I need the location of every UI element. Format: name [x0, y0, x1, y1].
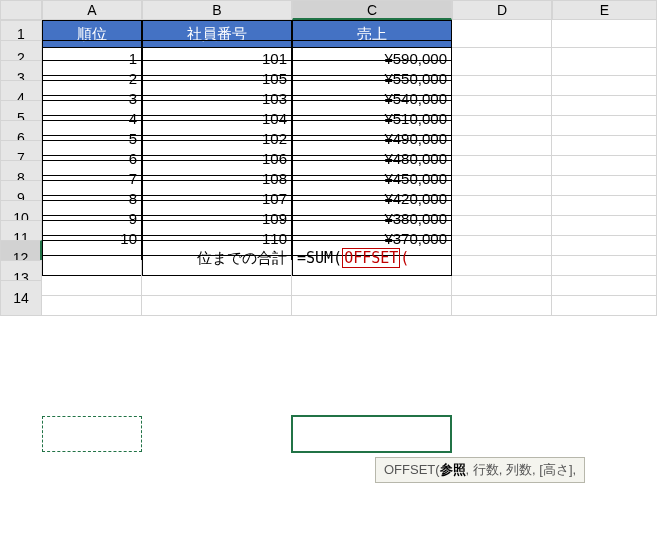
cell-C14[interactable] — [292, 280, 452, 316]
cell-A14[interactable] — [42, 280, 142, 316]
formula-paren: ( — [400, 249, 409, 267]
formula-prefix: =SUM( — [297, 249, 342, 267]
col-header-E[interactable]: E — [552, 0, 657, 20]
cell-E14[interactable] — [552, 280, 657, 316]
function-tooltip: OFFSET(参照, 行数, 列数, [高さ], — [375, 457, 585, 483]
formula-cell[interactable]: =SUM(OFFSET( — [292, 240, 452, 276]
tooltip-arg-bold: 参照 — [440, 462, 466, 477]
marquee-selection — [42, 416, 142, 452]
row-header-14[interactable]: 14 — [0, 280, 42, 316]
col-header-A[interactable]: A — [42, 0, 142, 20]
tooltip-fn: OFFSET( — [384, 462, 440, 477]
tooltip-rest: , 行数, 列数, [高さ], — [466, 462, 577, 477]
col-header-C[interactable]: C — [292, 0, 452, 20]
col-header-B[interactable]: B — [142, 0, 292, 20]
active-cell-outline — [291, 415, 452, 453]
formula-fn: OFFSET — [342, 248, 400, 268]
col-header-D[interactable]: D — [452, 0, 552, 20]
corner-cell — [0, 0, 42, 20]
spreadsheet-grid[interactable]: ABCDE1順位社員番号売上21101¥590,00032105¥550,000… — [0, 0, 657, 300]
cell-B14[interactable] — [142, 280, 292, 316]
cell-D14[interactable] — [452, 280, 552, 316]
